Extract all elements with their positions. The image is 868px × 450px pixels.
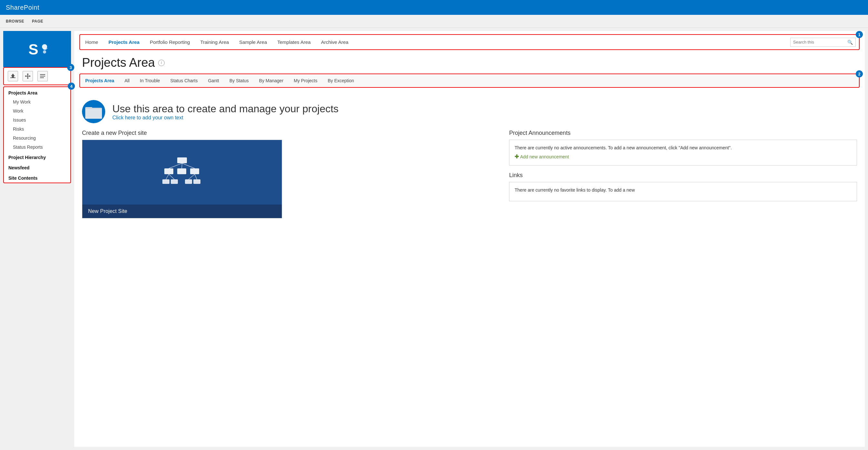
sidebar-item-status-reports[interactable]: Status Reports (4, 142, 70, 152)
top-nav-archive-area[interactable]: Archive Area (316, 35, 353, 50)
sub-nav-projects-area[interactable]: Projects Area (80, 74, 119, 87)
svg-rect-6 (10, 77, 16, 78)
svg-line-30 (188, 174, 195, 179)
svg-rect-9 (40, 74, 45, 75)
page-title-area: Projects Area i (74, 50, 865, 72)
plus-icon: ✚ (515, 154, 519, 160)
svg-rect-11 (40, 77, 44, 78)
announcements-title: Project Announcements (509, 130, 857, 136)
svg-line-26 (182, 163, 182, 168)
svg-rect-18 (164, 168, 173, 174)
sidebar-item-resourcing[interactable]: Resourcing (4, 133, 70, 142)
sharepoint-logo-icon: S (23, 38, 52, 60)
svg-rect-24 (193, 179, 200, 184)
sidebar-item-project-hierarchy[interactable]: Project Hierarchy (4, 153, 70, 162)
svg-rect-20 (190, 168, 199, 174)
search-icon: 🔍 (847, 40, 853, 45)
content-area: 1 Home Projects Area Portfolio Reporting… (74, 31, 865, 447)
sidebar-item-work[interactable]: Work (4, 106, 70, 116)
svg-line-28 (166, 174, 169, 179)
links-box: There are currently no favorite links to… (509, 182, 857, 201)
sub-nav-by-status[interactable]: By Status (224, 74, 254, 87)
nav-bar: BROWSE PAGE (0, 15, 868, 28)
sub-nav-my-projects[interactable]: My Projects (288, 74, 322, 87)
sidebar-item-risks[interactable]: Risks (4, 125, 70, 133)
svg-rect-22 (171, 179, 178, 184)
sub-nav-status-charts[interactable]: Status Charts (165, 74, 203, 87)
page-title: Projects Area (82, 56, 155, 70)
svg-marker-7 (11, 73, 15, 77)
svg-rect-21 (162, 179, 169, 184)
svg-text:S: S (28, 41, 38, 58)
folder-svg (85, 104, 102, 119)
project-card[interactable]: New Project Site (82, 140, 282, 218)
nav-bar-left: BROWSE PAGE (6, 19, 43, 24)
sidebar-icons: 3 (3, 67, 71, 85)
svg-line-25 (169, 163, 182, 168)
top-bar: SharePoint (0, 0, 868, 15)
hero-folder-icon (82, 100, 105, 123)
move-icon-btn[interactable] (23, 71, 33, 81)
sub-nav-in-trouble[interactable]: In Trouble (134, 74, 165, 87)
sub-nav-all[interactable]: All (119, 74, 135, 87)
two-col-layout: Create a new Project site (74, 130, 865, 226)
sidebar-nav: Projects Area My Work Work Issues Risks … (4, 88, 70, 183)
top-nav-badge-1: 1 (856, 31, 863, 38)
top-nav-home[interactable]: Home (80, 35, 103, 50)
svg-point-4 (43, 50, 46, 54)
search-input[interactable] (793, 40, 847, 44)
links-title: Links (509, 172, 857, 179)
hero-link[interactable]: Click here to add your own text (112, 115, 183, 120)
nav-page[interactable]: PAGE (32, 19, 43, 24)
col-left: Create a new Project site (82, 130, 499, 218)
upload-icon-btn[interactable] (8, 71, 18, 81)
sidebar-badge-3: 3 (67, 64, 74, 71)
hero-text: Use this area to create and manage your … (112, 103, 339, 121)
sidebar-item-site-contents[interactable]: Site Contents (4, 173, 70, 183)
sub-nav-badge-2: 2 (856, 70, 863, 77)
sidebar-item-newsfeed[interactable]: Newsfeed (4, 163, 70, 172)
hero-title: Use this area to create and manage your … (112, 103, 339, 115)
create-project-title: Create a new Project site (82, 130, 499, 136)
svg-rect-16 (86, 109, 102, 118)
sidebar-item-projects-area[interactable]: Projects Area (4, 88, 70, 97)
hero-section: Use this area to create and manage your … (74, 92, 865, 130)
top-nav-sample-area[interactable]: Sample Area (234, 35, 272, 50)
svg-line-31 (195, 174, 197, 179)
announcements-body: There are currently no active announceme… (515, 145, 732, 150)
svg-line-27 (182, 163, 195, 168)
svg-rect-23 (185, 179, 192, 184)
svg-rect-17 (177, 157, 187, 163)
project-card-label[interactable]: New Project Site (82, 204, 282, 218)
info-icon[interactable]: i (158, 60, 165, 66)
nav-browse[interactable]: BROWSE (6, 19, 24, 24)
announcements-box: There are currently no active announceme… (509, 140, 857, 165)
network-diagram-icon (161, 156, 203, 188)
site-logo: S (3, 31, 71, 67)
svg-rect-10 (40, 76, 45, 76)
top-nav-training-area[interactable]: Training Area (195, 35, 234, 50)
top-nav-templates-area[interactable]: Templates Area (272, 35, 316, 50)
app-title: SharePoint (6, 4, 39, 11)
svg-rect-19 (177, 168, 186, 174)
links-body: There are currently no favorite links to… (515, 187, 634, 193)
project-card-inner (82, 140, 282, 204)
sidebar-item-my-work[interactable]: My Work (4, 97, 70, 106)
top-nav-projects-area[interactable]: Projects Area (103, 35, 145, 50)
add-announcement-link[interactable]: ✚ Add new announcement (515, 154, 851, 160)
sub-nav-gantt[interactable]: Gantt (203, 74, 224, 87)
top-nav-portfolio-reporting[interactable]: Portfolio Reporting (145, 35, 195, 50)
sub-nav-by-exception[interactable]: By Exception (322, 74, 359, 87)
sidebar-item-issues[interactable]: Issues (4, 116, 70, 125)
edit-icon-btn[interactable] (37, 71, 48, 81)
col-right: Project Announcements There are currentl… (509, 130, 857, 218)
sub-nav-by-manager[interactable]: By Manager (254, 74, 288, 87)
svg-marker-8 (25, 73, 31, 79)
svg-line-29 (169, 174, 174, 179)
